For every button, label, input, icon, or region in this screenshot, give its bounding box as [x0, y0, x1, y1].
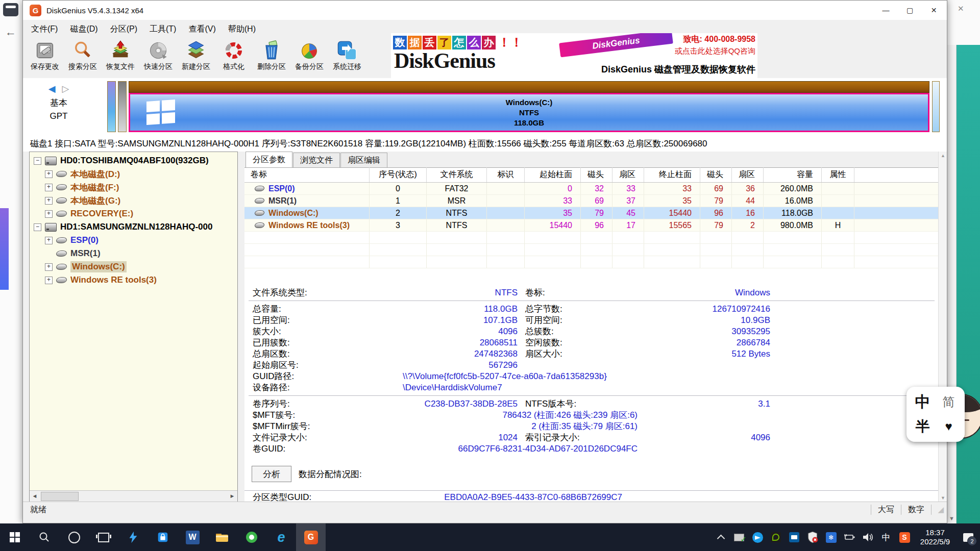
menu-disk[interactable]: 磁盘(D): [64, 24, 104, 35]
ime-mode-chinese[interactable]: 中: [915, 392, 930, 413]
tab-sector-edit[interactable]: 扇区编辑: [340, 153, 387, 167]
minimize-button[interactable]: —: [874, 1, 898, 20]
backup-partition-button[interactable]: 备份分区: [290, 38, 328, 77]
analyze-button[interactable]: 分析: [252, 466, 291, 482]
table-row-windows-c-selected[interactable]: Windows(C:) 2 NTFS 35 79 45 15440 96 16 …: [244, 207, 939, 219]
recover-files-button[interactable]: 恢复文件: [102, 38, 139, 77]
expand-toggle[interactable]: +: [45, 184, 53, 191]
ime-mode-halfwidth[interactable]: 半: [916, 417, 930, 436]
tree-item-local-g[interactable]: + 本地磁盘(G:): [30, 194, 237, 207]
tree-item-windows-re[interactable]: + Windows RE tools(3): [30, 273, 237, 287]
col-header[interactable]: 起始柱面: [525, 167, 581, 182]
expand-toggle[interactable]: +: [45, 237, 53, 244]
tree-item-local-d[interactable]: + 本地磁盘(D:): [30, 167, 237, 181]
tree-item-hd0[interactable]: − HD0:TOSHIBAMQ04ABF100(932GB): [30, 154, 237, 167]
expand-toggle[interactable]: +: [45, 197, 53, 205]
expand-toggle[interactable]: +: [45, 277, 53, 284]
ime-favorite-icon[interactable]: ♥: [945, 419, 952, 434]
col-header[interactable]: 卷标: [244, 167, 370, 182]
taskbar-app-browser[interactable]: [237, 523, 266, 551]
tree-horizontal-scrollbar[interactable]: ◄ ►: [30, 490, 237, 502]
table-row-msr[interactable]: MSR(1) 1 MSR 33 69 37 35 79 44 16.0MB: [244, 195, 939, 207]
taskbar-clock[interactable]: 18:37 2022/5/9: [914, 528, 957, 546]
col-header[interactable]: 磁头: [581, 167, 612, 182]
taskbar-app-word[interactable]: W: [178, 523, 207, 551]
expand-toggle[interactable]: +: [45, 263, 53, 271]
menu-view[interactable]: 查看(V): [182, 24, 222, 35]
taskbar-app-diskgenius[interactable]: G: [296, 523, 326, 551]
format-button[interactable]: 格式化: [215, 38, 253, 77]
col-header[interactable]: 终止柱面: [644, 167, 700, 182]
tray-printer[interactable]: ✓: [730, 523, 748, 551]
tray-power[interactable]: [840, 523, 859, 551]
close-button[interactable]: ✕: [922, 1, 946, 20]
quick-partition-button[interactable]: 快速分区: [139, 38, 177, 77]
expand-toggle[interactable]: −: [34, 157, 41, 165]
tray-intel-graphics[interactable]: [785, 523, 803, 551]
tree-item-hd1[interactable]: − HD1:SAMSUNGMZNLN128HAHQ-000: [30, 220, 237, 234]
menu-help[interactable]: 帮助(H): [222, 24, 262, 35]
expand-toggle[interactable]: +: [45, 210, 53, 218]
tray-security[interactable]: [803, 523, 822, 551]
expand-toggle[interactable]: +: [45, 170, 53, 178]
tab-partition-params[interactable]: 分区参数: [246, 152, 292, 167]
partition-sliver-re-tools[interactable]: [932, 81, 940, 132]
tray-sogou[interactable]: S: [895, 523, 914, 551]
cortana-button[interactable]: [59, 523, 89, 551]
system-migrate-button[interactable]: 系统迁移: [328, 38, 366, 77]
save-changes-button[interactable]: 保存更改: [26, 38, 64, 77]
action-center-button[interactable]: 2: [957, 523, 980, 551]
table-row-windows-re[interactable]: Windows RE tools(3) 3 NTFS 15440 96 17 1…: [244, 219, 939, 232]
tree-item-recovery-e[interactable]: + RECOVERY(E:): [30, 207, 237, 220]
menu-tools[interactable]: 工具(T): [143, 24, 182, 35]
taskbar-app-bolt[interactable]: [118, 523, 148, 551]
taskbar-app-edge[interactable]: e: [266, 523, 296, 551]
taskbar-app-store[interactable]: [148, 523, 178, 551]
search-partition-button[interactable]: 搜索分区: [64, 38, 102, 77]
tray-volume[interactable]: [859, 523, 877, 551]
tree-item-local-f[interactable]: + 本地磁盘(F:): [30, 181, 237, 194]
tree-item-windows-c[interactable]: + Windows(C:): [30, 260, 237, 273]
ad-qq-link[interactable]: 或点击此处选择QQ咨询: [675, 46, 755, 56]
tree-item-msr[interactable]: MSR(1): [30, 247, 237, 260]
partition-block-windows-c[interactable]: Windows(C:) NTFS 118.0GB: [129, 93, 929, 132]
col-header[interactable]: 属性: [822, 167, 854, 182]
col-header[interactable]: 标识: [487, 167, 525, 182]
resize-grip[interactable]: ◢: [932, 505, 944, 514]
menu-file[interactable]: 文件(F): [25, 24, 64, 35]
table-row-esp[interactable]: ESP(0) 0 FAT32 0 32 33 33 69 36 260.0MB: [244, 183, 939, 195]
col-header[interactable]: 容量: [764, 167, 822, 182]
col-header[interactable]: 序号(状态): [370, 167, 427, 182]
ad-banner[interactable]: 数 据 丢 了 怎 么 办 ！！ DiskGenius DiskGenius 致…: [391, 33, 757, 78]
partition-sliver-msr[interactable]: [118, 81, 127, 132]
tray-ime-lang[interactable]: 中: [877, 523, 895, 551]
tab-browse-files[interactable]: 浏览文件: [293, 153, 340, 167]
start-button[interactable]: [0, 523, 30, 551]
panel-vertical-scrollbar[interactable]: ▲ ▼: [938, 152, 947, 502]
tray-overflow-button[interactable]: [712, 523, 730, 551]
new-partition-button[interactable]: 新建分区: [177, 38, 215, 77]
scroll-right-icon[interactable]: ►: [227, 491, 237, 501]
taskbar-app-explorer[interactable]: [207, 523, 237, 551]
tray-nvidia[interactable]: [767, 523, 785, 551]
col-header[interactable]: 文件系统: [427, 167, 487, 182]
col-header[interactable]: 扇区: [612, 167, 644, 182]
taskbar-search-button[interactable]: [30, 523, 59, 551]
partition-sliver-esp[interactable]: [107, 81, 116, 132]
scrollbar-thumb[interactable]: [41, 492, 79, 501]
ime-mode-simplified[interactable]: 简: [943, 394, 955, 410]
nav-back-icon[interactable]: ◀: [48, 84, 56, 94]
delete-partition-button[interactable]: 删除分区: [253, 38, 290, 77]
col-header[interactable]: 扇区: [732, 167, 764, 182]
background-scrollbar[interactable]: ▼: [947, 45, 957, 523]
tray-snowflake[interactable]: ❄: [822, 523, 840, 551]
menu-partition[interactable]: 分区(P): [104, 24, 143, 35]
maximize-button[interactable]: ▢: [898, 1, 922, 20]
tree-item-esp[interactable]: + ESP(0): [30, 234, 237, 247]
col-header[interactable]: 磁头: [700, 167, 732, 182]
ime-status-widget[interactable]: 中 简 半 ♥: [906, 387, 965, 442]
tray-messenger[interactable]: [748, 523, 767, 551]
scroll-left-icon[interactable]: ◄: [30, 491, 40, 501]
nav-forward-icon[interactable]: ▷: [62, 84, 69, 94]
expand-toggle[interactable]: −: [34, 223, 41, 231]
